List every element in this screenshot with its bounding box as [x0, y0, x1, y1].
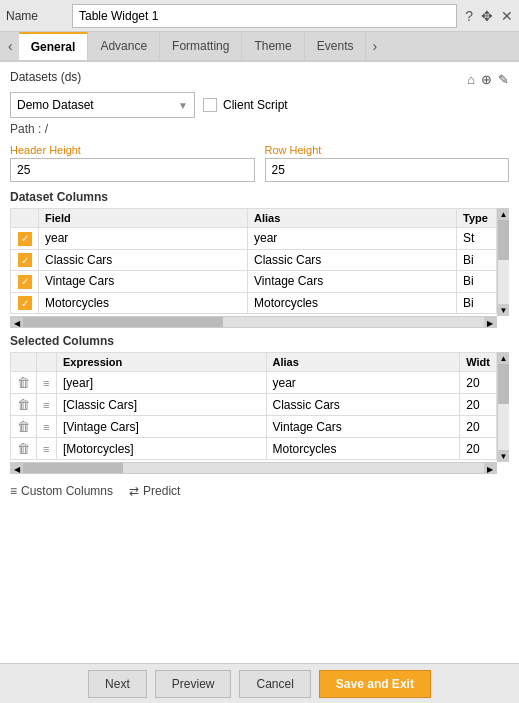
sel-hscroll-right-icon[interactable]: ▶ — [484, 463, 496, 474]
header-height-label: Header Height — [10, 144, 255, 156]
tab-bar: ‹ General Advance Formatting Theme Event… — [0, 32, 519, 62]
client-script-checkbox[interactable] — [203, 98, 217, 112]
custom-columns-label: Custom Columns — [21, 484, 113, 498]
add-icon[interactable]: ⊕ — [481, 72, 492, 87]
list-item: 🗑 ≡ [Vintage Cars] Vintage Cars 20 — [11, 416, 497, 438]
table-row: ✓ Classic Cars Classic Cars Bi — [11, 249, 497, 271]
help-icon[interactable]: ? — [465, 8, 473, 24]
dataset-dropdown[interactable]: Demo Dataset ▼ — [10, 92, 195, 118]
chevron-down-icon: ▼ — [178, 100, 188, 111]
client-script-row: Client Script — [203, 98, 288, 112]
vscroll-down-icon[interactable]: ▼ — [498, 304, 509, 316]
sel-col-header-del — [11, 353, 37, 372]
type-classic: Bi — [457, 249, 497, 271]
selected-columns-label: Selected Columns — [10, 334, 509, 348]
sel-col-header-width: Widt — [460, 353, 497, 372]
custom-columns-link[interactable]: ≡ Custom Columns — [10, 484, 113, 498]
sel-vscroll-thumb[interactable] — [498, 364, 509, 404]
table-row: ✓ Motorcycles Motorcycles Bi — [11, 292, 497, 314]
list-item: 🗑 ≡ [Motorcycles] Motorcycles 20 — [11, 438, 497, 460]
expr-moto: [Motorcycles] — [57, 438, 267, 460]
delete-icon[interactable]: 🗑 — [17, 441, 30, 456]
width-vintage: 20 — [460, 416, 497, 438]
sel-vscroll-down-icon[interactable]: ▼ — [498, 450, 509, 462]
hscroll-thumb[interactable] — [23, 317, 223, 327]
expr-year: [year] — [57, 372, 267, 394]
hscroll-left-icon[interactable]: ◀ — [11, 317, 23, 328]
alias-classic: Classic Cars — [248, 249, 457, 271]
list-item: 🗑 ≡ [Classic Cars] Classic Cars 20 — [11, 394, 497, 416]
predict-label: Predict — [143, 484, 180, 498]
alias-year-sel: year — [266, 372, 460, 394]
cancel-button[interactable]: Cancel — [239, 670, 310, 698]
row-height-group: Row Height — [265, 144, 510, 182]
home-icon[interactable]: ⌂ — [467, 72, 475, 87]
tab-theme[interactable]: Theme — [242, 32, 304, 60]
sel-col-header-drag — [37, 353, 57, 372]
next-button[interactable]: Next — [88, 670, 147, 698]
header-height-input[interactable] — [10, 158, 255, 182]
vscroll-up-icon[interactable]: ▲ — [498, 208, 509, 220]
dataset-vscroll[interactable]: ▲ ▼ — [497, 208, 509, 316]
type-vintage: Bi — [457, 271, 497, 293]
sel-hscroll-left-icon[interactable]: ◀ — [11, 463, 23, 474]
table-row: ✓ year year St — [11, 228, 497, 250]
dataset-hscroll[interactable]: ◀ ▶ — [10, 316, 497, 328]
title-bar: Name ? ✥ ✕ — [0, 0, 519, 32]
path-label: Path : — [10, 122, 41, 136]
sel-hscroll-thumb[interactable] — [23, 463, 123, 473]
width-year: 20 — [460, 372, 497, 394]
col-header-alias: Alias — [248, 209, 457, 228]
col-header-check — [11, 209, 39, 228]
field-classic: Classic Cars — [39, 249, 248, 271]
tab-next-button[interactable]: › — [366, 32, 383, 60]
drag-icon[interactable]: ≡ — [43, 399, 49, 411]
width-classic: 20 — [460, 394, 497, 416]
selected-columns-table: Expression Alias Widt 🗑 ≡ [year] year 20… — [10, 352, 497, 460]
alias-moto-sel: Motorcycles — [266, 438, 460, 460]
sel-col-hscroll[interactable]: ◀ ▶ — [10, 462, 497, 474]
list-item: 🗑 ≡ [year] year 20 — [11, 372, 497, 394]
edit-icon[interactable]: ✎ — [498, 72, 509, 87]
custom-predict-row: ≡ Custom Columns ⇄ Predict — [10, 480, 509, 502]
tab-advance[interactable]: Advance — [88, 32, 160, 60]
header-height-group: Header Height — [10, 144, 255, 182]
path-value: / — [45, 122, 48, 136]
dataset-value: Demo Dataset — [17, 98, 94, 112]
alias-moto: Motorcycles — [248, 292, 457, 314]
tab-formatting[interactable]: Formatting — [160, 32, 242, 60]
delete-icon[interactable]: 🗑 — [17, 375, 30, 390]
selected-columns-wrapper: Expression Alias Widt 🗑 ≡ [year] year 20… — [10, 352, 509, 462]
checkbox-classic[interactable]: ✓ — [18, 253, 32, 267]
drag-icon[interactable]: ≡ — [43, 377, 49, 389]
tab-events[interactable]: Events — [305, 32, 367, 60]
delete-icon[interactable]: 🗑 — [17, 397, 30, 412]
close-icon[interactable]: ✕ — [501, 8, 513, 24]
move-icon[interactable]: ✥ — [481, 8, 493, 24]
hscroll-right-icon[interactable]: ▶ — [484, 317, 496, 328]
tab-general[interactable]: General — [19, 32, 89, 60]
heights-row: Header Height Row Height — [10, 144, 509, 182]
datasets-icons: ⌂ ⊕ ✎ — [467, 72, 509, 87]
vscroll-thumb[interactable] — [498, 220, 509, 260]
preview-button[interactable]: Preview — [155, 670, 232, 698]
predict-link[interactable]: ⇄ Predict — [129, 484, 180, 498]
title-icons: ? ✥ ✕ — [465, 8, 513, 24]
tab-prev-button[interactable]: ‹ — [2, 32, 19, 60]
sel-col-header-expr: Expression — [57, 353, 267, 372]
sel-col-vscroll[interactable]: ▲ ▼ — [497, 352, 509, 462]
checkbox-year[interactable]: ✓ — [18, 232, 32, 246]
drag-icon[interactable]: ≡ — [43, 421, 49, 433]
row-height-input[interactable] — [265, 158, 510, 182]
main-content: Datasets (ds) ⌂ ⊕ ✎ Demo Dataset ▼ Clien… — [0, 62, 519, 663]
save-exit-button[interactable]: Save and Exit — [319, 670, 431, 698]
drag-icon[interactable]: ≡ — [43, 443, 49, 455]
sel-vscroll-up-icon[interactable]: ▲ — [498, 352, 509, 364]
field-vintage: Vintage Cars — [39, 271, 248, 293]
delete-icon[interactable]: 🗑 — [17, 419, 30, 434]
widget-name-input[interactable] — [72, 4, 457, 28]
checkbox-vintage[interactable]: ✓ — [18, 275, 32, 289]
datasets-label: Datasets (ds) — [10, 70, 81, 84]
checkbox-moto[interactable]: ✓ — [18, 296, 32, 310]
custom-columns-icon: ≡ — [10, 484, 17, 498]
